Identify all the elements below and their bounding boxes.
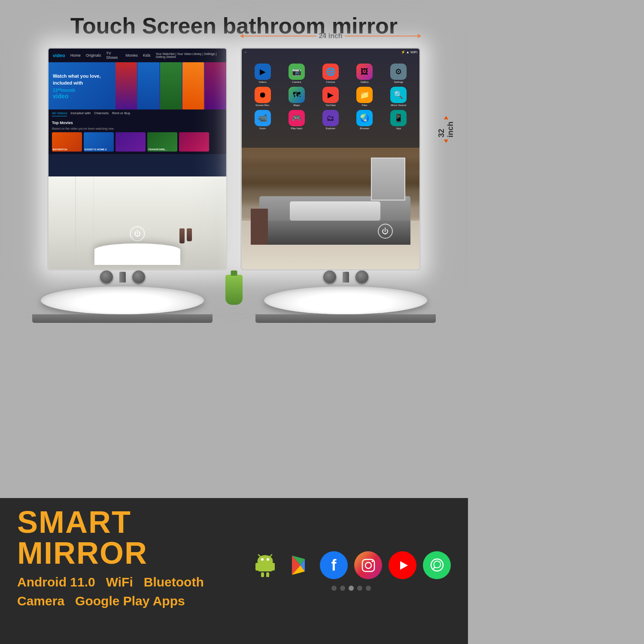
app-label-settings: Settings xyxy=(394,81,404,83)
app-search[interactable]: 🔍 Mirror Search xyxy=(383,87,414,106)
app-browser[interactable]: 🌏 Browser xyxy=(349,110,380,130)
movie-daddyhome: DADDY'S HOME 2 xyxy=(84,132,114,152)
dot-1[interactable] xyxy=(331,586,337,591)
brand-title: SMART MIRROR xyxy=(17,507,243,568)
svg-rect-7 xyxy=(272,563,275,571)
app-icon-extra: 📱 xyxy=(390,110,407,126)
svg-line-4 xyxy=(258,555,261,557)
features-line1: Android 11.0 WiFi Bluetooth xyxy=(17,575,243,589)
tab-rent[interactable]: Rent or Buy xyxy=(112,111,130,116)
feature-wifi: WiFi xyxy=(106,575,133,589)
tab-included[interactable]: Included with xyxy=(70,111,91,116)
left-faucet xyxy=(32,268,213,286)
left-power-button[interactable]: ⏻ xyxy=(130,226,145,241)
app-label-chrome: Chrome xyxy=(326,81,335,83)
app-label-extra: App xyxy=(396,127,401,130)
video-logo: video xyxy=(53,53,65,58)
nightstand xyxy=(251,209,268,245)
movie-transformers1 xyxy=(115,132,146,152)
right-faucet-spout xyxy=(343,272,349,283)
arrow-down xyxy=(444,140,448,143)
nav-tvshows: TV Shows xyxy=(106,51,120,60)
dot-3[interactable] xyxy=(349,586,354,591)
arrow-up xyxy=(444,116,448,119)
right-faucet-knob-2[interactable] xyxy=(355,270,368,283)
app-icon-youtube: ▶ xyxy=(322,87,339,103)
bathroom-bottles xyxy=(179,228,192,243)
nav-movies: Movies xyxy=(125,53,138,58)
left-mirror-bathroom: ⏻ xyxy=(49,176,226,269)
sinks-section xyxy=(0,270,468,323)
width-label: 24 inch xyxy=(316,32,344,40)
tab-channels[interactable]: Channels xyxy=(94,111,109,116)
app-camera[interactable]: 📷 Camera xyxy=(281,64,312,83)
dot-4[interactable] xyxy=(357,586,362,591)
app-explorer[interactable]: 🗂 Explorer xyxy=(315,110,346,130)
app-icon-camera: 📷 xyxy=(289,64,305,80)
center-bottle-area xyxy=(225,275,243,305)
video-nav: video Home Originals TV Shows Movies Kid… xyxy=(49,49,226,62)
app-zoom[interactable]: 📹 Zoom xyxy=(247,110,278,130)
status-time: ⚡ ▲ WiFi xyxy=(401,50,417,54)
app-icon-search: 🔍 xyxy=(390,87,407,103)
app-icon-videos: ▶ xyxy=(255,64,271,80)
svg-rect-6 xyxy=(255,563,258,571)
top-movies-section: Top Movies Based on the video you've bee… xyxy=(49,118,226,154)
dot-2[interactable] xyxy=(340,586,345,591)
left-mirror-wrapper: video Home Originals TV Shows Movies Kid… xyxy=(47,47,228,270)
bottle-1 xyxy=(179,228,185,243)
dot-5[interactable] xyxy=(366,586,371,591)
app-extra[interactable]: 📱 App xyxy=(383,110,414,130)
right-faucet-knob-1[interactable] xyxy=(323,270,336,283)
right-sink-basin xyxy=(264,286,427,314)
app-icon-explorer: 🗂 xyxy=(322,110,339,126)
facebook-icon: f xyxy=(320,551,348,579)
movie-baywatch: BAYWATCH xyxy=(52,132,82,152)
app-videos[interactable]: ▶ Videos xyxy=(247,64,278,83)
right-faucet xyxy=(255,268,436,286)
bottom-section: SMART MIRROR Android 11.0 WiFi Bluetooth… xyxy=(0,498,468,644)
app-maps[interactable]: 🗺 Maps xyxy=(281,87,312,106)
app-grid: ▶ Videos 📷 Camera 🌐 Chrome 🖼 Gallery xyxy=(245,55,416,132)
whatsapp-svg xyxy=(428,557,446,574)
movie-row: BAYWATCH DADDY'S HOME 2 TRANSFORM... xyxy=(52,132,223,152)
app-files[interactable]: 📁 Files xyxy=(349,87,380,106)
feature-google-play: Google Play Apps xyxy=(75,594,185,608)
app-gallery[interactable]: 🖼 Gallery xyxy=(349,64,380,83)
nav-watchlist: Your Watchlist | Your Video Library | Se… xyxy=(156,52,222,58)
width-dimension: 24 inch xyxy=(240,32,421,40)
tab-all-videos[interactable]: All Videos xyxy=(52,111,67,116)
green-bottle xyxy=(225,275,243,305)
svg-rect-9 xyxy=(266,572,269,577)
cover-5 xyxy=(205,62,226,109)
app-icon-gallery: 🖼 xyxy=(356,64,373,80)
back-button[interactable]: ← xyxy=(244,50,247,54)
video-hero: Watch what you love,included with 13⁹⁹/m… xyxy=(49,62,226,109)
right-power-button[interactable]: ⏻ xyxy=(378,224,393,239)
app-icon-maps: 🗺 xyxy=(289,87,305,103)
app-icon-zoom: 📹 xyxy=(255,110,271,126)
app-chrome[interactable]: 🌐 Chrome xyxy=(315,64,346,83)
left-faucet-spout xyxy=(119,272,126,283)
right-mirror-frame: ← ⚡ ▲ WiFi ▶ Videos 📷 Camera 🌐 xyxy=(240,47,421,270)
app-youtube[interactable]: ▶ YouTube xyxy=(315,87,346,106)
whatsapp-icon xyxy=(423,551,451,579)
svg-point-17 xyxy=(371,560,373,562)
nav-kids: Kids xyxy=(143,53,151,58)
app-label-recorder: Screen Rec. xyxy=(255,104,270,106)
top-movies-title: Top Movies xyxy=(52,121,223,125)
cover-1 xyxy=(115,62,137,109)
bottom-left: SMART MIRROR Android 11.0 WiFi Bluetooth… xyxy=(17,507,243,635)
app-label-camera: Camera xyxy=(292,81,301,83)
feature-android: Android 11.0 xyxy=(17,575,95,589)
app-recorder[interactable]: ⏺ Screen Rec. xyxy=(247,87,278,106)
left-faucet-knob-1[interactable] xyxy=(100,270,113,283)
right-mirror-screen: ← ⚡ ▲ WiFi ▶ Videos 📷 Camera 🌐 xyxy=(242,49,419,148)
cover-2 xyxy=(138,62,159,109)
left-faucet-knob-2[interactable] xyxy=(132,270,145,283)
bottle-2 xyxy=(187,228,192,241)
app-settings[interactable]: ⚙ Settings xyxy=(383,64,414,83)
left-counter xyxy=(32,314,213,323)
app-label-zoom: Zoom xyxy=(259,127,266,130)
app-playinput[interactable]: 🎮 Play Input xyxy=(281,110,312,130)
